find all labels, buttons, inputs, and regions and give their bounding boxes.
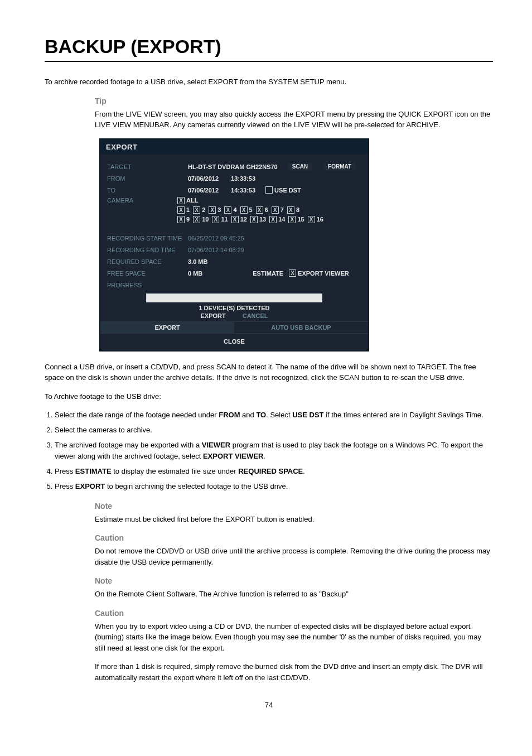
intro-paragraph: To archive recorded footage to a USB dri…	[45, 76, 493, 88]
camera-number-label: 6	[265, 206, 268, 213]
camera-checkbox[interactable]: X13	[250, 216, 266, 223]
rec-end-value: 07/06/2012 14:08:29	[188, 247, 244, 253]
note-label: Note	[95, 502, 493, 511]
to-date[interactable]: 07/06/2012	[188, 187, 219, 194]
required-space-label: REQUIRED SPACE	[107, 258, 188, 265]
checkbox-icon: X	[250, 216, 258, 223]
checkbox-icon: X	[265, 186, 273, 194]
camera-checkbox[interactable]: X4	[224, 206, 236, 214]
checkbox-icon: X	[193, 216, 200, 223]
camera-label: CAMERA	[107, 197, 177, 204]
camera-number-label: 4	[233, 206, 236, 213]
camera-number-label: 2	[202, 206, 205, 213]
note-text: Estimate must be clicked first before th…	[95, 514, 493, 525]
rec-end-label: RECORDING END TIME	[107, 247, 188, 253]
checkbox-icon: X	[177, 206, 185, 214]
camera-grid: X1X2X3X4X5X6X7X8	[177, 206, 361, 214]
caution-text: Do not remove the CD/DVD or USB drive un…	[95, 546, 493, 567]
export-dialog: EXPORT TARGET HL-DT-ST DVDRAM GH22NS70 S…	[99, 138, 369, 351]
cancel-button[interactable]: CANCEL	[243, 312, 268, 319]
camera-all-label: ALL	[186, 197, 198, 204]
checkbox-icon: X	[224, 206, 231, 214]
camera-checkbox[interactable]: X1	[177, 206, 190, 214]
heading-rule	[45, 61, 493, 62]
camera-number-label: 15	[297, 216, 304, 223]
camera-checkbox[interactable]: X14	[269, 216, 285, 223]
step-item: Press ESTIMATE to display the estimated …	[55, 466, 493, 478]
dialog-title: EXPORT	[100, 139, 368, 155]
progress-label: PROGRESS	[107, 282, 188, 288]
tip-text: From the LIVE VIEW screen, you may also …	[95, 109, 493, 131]
camera-number-label: 5	[249, 206, 253, 213]
to-time[interactable]: 14:33:53	[231, 187, 255, 194]
step-item: The archived footage may be exported wit…	[55, 440, 493, 463]
use-dst-checkbox[interactable]: X USE DST	[265, 186, 301, 194]
devices-detected: 1 DEVICE(S) DETECTED	[107, 305, 361, 311]
camera-checkbox[interactable]: X5	[240, 206, 253, 214]
after-dialog-paragraph: Connect a USB drive, or insert a CD/DVD,…	[45, 362, 493, 383]
export-viewer-checkbox[interactable]: X EXPORT VIEWER	[289, 269, 349, 277]
checkbox-icon: X	[272, 206, 279, 214]
target-label: TARGET	[107, 163, 188, 170]
camera-checkbox[interactable]: X6	[256, 206, 268, 214]
camera-all-checkbox[interactable]: X ALL	[177, 197, 198, 204]
progress-bar	[146, 293, 322, 302]
camera-number-label: 7	[280, 206, 284, 213]
tab-auto-usb-backup[interactable]: AUTO USB BACKUP	[234, 322, 368, 333]
format-button[interactable]: FORMAT	[323, 163, 356, 170]
from-label: FROM	[107, 175, 188, 182]
camera-number-label: 12	[240, 216, 247, 223]
checkbox-icon: X	[240, 206, 248, 214]
camera-checkbox[interactable]: X15	[288, 216, 304, 223]
camera-checkbox[interactable]: X16	[308, 216, 323, 223]
camera-number-label: 16	[317, 216, 323, 223]
caution-text: If more than 1 disk is required, simply …	[95, 661, 493, 683]
checkbox-icon: X	[193, 206, 200, 214]
camera-number-label: 13	[259, 216, 266, 223]
camera-number-label: 3	[217, 206, 221, 213]
camera-checkbox[interactable]: X8	[287, 206, 299, 214]
page-number: 74	[45, 700, 493, 711]
close-button[interactable]: CLOSE	[224, 338, 245, 345]
checkbox-icon: X	[177, 197, 185, 204]
camera-checkbox[interactable]: X11	[212, 216, 228, 223]
rec-start-label: RECORDING START TIME	[107, 235, 188, 242]
from-time[interactable]: 13:33:53	[231, 175, 255, 182]
estimate-button[interactable]: ESTIMATE	[253, 270, 283, 277]
step-item: Press EXPORT to begin archiving the sele…	[55, 481, 493, 493]
camera-checkbox[interactable]: X2	[193, 206, 205, 214]
camera-number-label: 14	[278, 216, 285, 223]
scan-button[interactable]: SCAN	[288, 163, 312, 170]
rec-start-value: 06/25/2012 09:45:25	[188, 235, 244, 242]
step-item: Select the date range of the footage nee…	[55, 410, 493, 421]
checkbox-icon: X	[231, 216, 239, 223]
camera-checkbox[interactable]: X7	[272, 206, 284, 214]
caution-label: Caution	[95, 533, 493, 542]
camera-number-label: 11	[221, 216, 228, 223]
camera-checkbox[interactable]: X12	[231, 216, 247, 223]
checkbox-icon: X	[269, 216, 277, 223]
steps-list: Select the date range of the footage nee…	[45, 410, 493, 493]
checkbox-icon: X	[209, 206, 216, 214]
checkbox-icon: X	[287, 206, 294, 214]
free-space-value: 0 MB	[188, 270, 202, 277]
camera-checkbox[interactable]: X3	[209, 206, 221, 214]
note-text: On the Remote Client Software, The Archi…	[95, 589, 493, 600]
checkbox-icon: X	[256, 206, 263, 214]
caution-label: Caution	[95, 609, 493, 618]
page-heading: BACKUP (EXPORT)	[45, 36, 493, 57]
camera-checkbox[interactable]: X9	[177, 216, 190, 223]
archive-intro: To Archive footage to the USB drive:	[45, 391, 493, 402]
export-viewer-label: EXPORT VIEWER	[298, 270, 349, 277]
caution-text: When you try to export video using a CD …	[95, 621, 493, 654]
camera-number-label: 1	[186, 206, 190, 213]
tip-label: Tip	[95, 97, 493, 105]
from-date[interactable]: 07/06/2012	[188, 175, 219, 182]
required-space-value: 3.0 MB	[188, 258, 207, 265]
free-space-label: FREE SPACE	[107, 270, 188, 277]
checkbox-icon: X	[212, 216, 219, 223]
camera-checkbox[interactable]: X10	[193, 216, 209, 223]
export-button[interactable]: EXPORT	[200, 312, 225, 319]
note-label: Note	[95, 576, 493, 585]
tab-export[interactable]: EXPORT	[100, 322, 234, 333]
